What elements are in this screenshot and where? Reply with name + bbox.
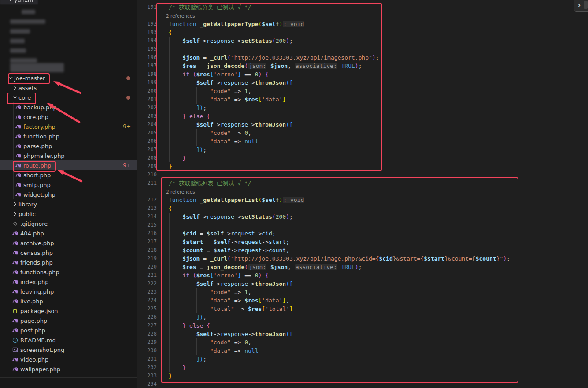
sidebar-item-page-php[interactable]: page.php (0, 316, 137, 325)
code-line-216[interactable]: 216 $cid = $self->request->cid; (137, 229, 588, 238)
code-line-202[interactable]: 202 ]); (137, 104, 588, 112)
code-line-204[interactable]: 204 $self->response->throwJson([ (137, 120, 588, 129)
code-line-197[interactable]: 197 $res = json_decode(json: $json, asso… (137, 62, 588, 70)
code-line-215[interactable]: 215 (137, 221, 588, 229)
collapsed-panel-button[interactable]: › (574, 0, 588, 12)
vscode-window: yanzm Joe-masterassetscorebackup.phpcore… (0, 0, 588, 388)
code-line-203[interactable]: 203 } else { (137, 112, 588, 120)
chevron-down-icon[interactable] (11, 94, 18, 101)
code-line-224[interactable]: 224 "data" => $res['data'], (137, 296, 588, 305)
sidebar-item-phpmailer-php[interactable]: phpmailer.php (0, 151, 137, 160)
code-line-219[interactable]: 219 $json = _curl("http://joe.033303.xyz… (137, 254, 588, 263)
sidebar-item-wallpaper-php[interactable]: wallpaper.php (0, 364, 137, 374)
code-line-225[interactable]: 225 "total" => $res['total'] (137, 305, 588, 313)
code-line-205[interactable]: 205 "code" => 0, (137, 129, 588, 137)
code-line-198[interactable]: 198 if ($res['errno'] == 0) { (137, 70, 588, 78)
indent-guide (196, 305, 197, 313)
sidebar-item-post-php[interactable]: post.php (0, 325, 137, 335)
sidebar-item-joe-master[interactable]: Joe-master (0, 73, 137, 83)
sidebar-item-route-php[interactable]: route.php9+ (0, 160, 137, 170)
code-line-192[interactable]: 192function _getWallpaperType($self): vo… (137, 20, 588, 28)
code-editor[interactable]: 190191/* 获取壁纸分类 已测试 √ */2 references192f… (137, 0, 588, 388)
code-line-213[interactable]: 213{ (137, 204, 588, 213)
code-content: if ($res['errno'] == 0) { (169, 70, 269, 78)
sidebar-item-friends-php[interactable]: friends.php (0, 257, 137, 267)
code-line-200[interactable]: 200 "code" => 1, (137, 87, 588, 95)
code-content: } else { (169, 321, 210, 330)
sidebar-item-widget-php[interactable]: widget.php (0, 190, 137, 199)
chevron-right-icon[interactable] (11, 84, 18, 91)
code-line-211[interactable]: 211/* 获取壁纸列表 已测试 √ */ (137, 179, 588, 187)
sidebar-item-public[interactable]: public (0, 209, 137, 219)
code-line-222[interactable]: 222 $self->response->throwJson([ (137, 280, 588, 288)
code-line-214[interactable]: 214 $self->response->setStatus(200); (137, 213, 588, 221)
chevron-down-icon[interactable] (7, 75, 14, 82)
outline-section-header[interactable]: 大纲 (0, 386, 137, 388)
codelens-references[interactable]: 2 references (166, 13, 195, 19)
code-line-233[interactable]: 233} (137, 372, 588, 380)
code-line-212[interactable]: 212function _getWallpaperList($self): vo… (137, 196, 588, 204)
code-line-220[interactable]: 220 $res = json_decode(json: $json, asso… (137, 263, 588, 271)
sidebar-item-index-php[interactable]: index.php (0, 277, 137, 287)
code-line-210[interactable]: 210 (137, 171, 588, 179)
sidebar-item-404-php[interactable]: 404.php (0, 228, 137, 238)
sidebar-item--gitignore[interactable]: .gitignore (0, 219, 137, 228)
sidebar-item-leaving-php[interactable]: leaving.php (0, 287, 137, 296)
code-line-196[interactable]: 196 $json = _curl("http://joe.033303.xyz… (137, 53, 588, 62)
sidebar-item-factory-php[interactable]: factory.php9+ (0, 122, 137, 131)
code-line-209[interactable]: 209} (137, 162, 588, 171)
php-file-icon (15, 152, 22, 159)
codelens-row[interactable]: 2 references (137, 187, 588, 196)
code-line-190[interactable]: 190 (137, 0, 588, 3)
sidebar-item-functions-php[interactable]: functions.php (0, 267, 137, 277)
sidebar-item-live-php[interactable]: live.php (0, 296, 137, 306)
code-line-231[interactable]: 231 ]); (137, 355, 588, 363)
code-line-217[interactable]: 217 $start = $self->request->start; (137, 238, 588, 246)
code-line-193[interactable]: 193{ (137, 28, 588, 37)
sidebar-item-library[interactable]: library (0, 199, 137, 209)
chevron-right-icon[interactable] (11, 201, 18, 208)
sidebar-item-smtp-php[interactable]: smtp.php (0, 180, 137, 190)
sidebar-item-parse-php[interactable]: parse.php (0, 141, 137, 151)
code-line-201[interactable]: 201 "data" => $res['data'] (137, 95, 588, 104)
chevron-right-icon[interactable] (7, 0, 14, 3)
sidebar-item-backup-php[interactable]: backup.php (0, 102, 137, 112)
sidebar-item-yanzm[interactable]: yanzm (0, 0, 137, 4)
code-line-194[interactable]: 194 $self->response->setStatus(200); (137, 37, 588, 45)
line-number: 217 (137, 238, 159, 246)
code-line-226[interactable]: 226 ]); (137, 313, 588, 321)
indent-guide (169, 229, 170, 238)
code-line-208[interactable]: 208 } (137, 154, 588, 162)
code-line-206[interactable]: 206 "data" => null (137, 137, 588, 146)
line-number: 207 (137, 146, 159, 154)
sidebar-item-assets[interactable]: assets (0, 83, 137, 93)
codelens-row[interactable]: 2 references (137, 11, 588, 20)
sidebar-item-short-php[interactable]: short.php (0, 170, 137, 180)
code-line-221[interactable]: 221 if ($res['errno'] == 0) { (137, 271, 588, 280)
code-line-223[interactable]: 223 "code" => 1, (137, 288, 588, 296)
sidebar-item-video-php[interactable]: video.php (0, 354, 137, 364)
code-line-227[interactable]: 227 } else { (137, 321, 588, 330)
code-line-207[interactable]: 207 ]); (137, 146, 588, 154)
code-line-228[interactable]: 228 $self->response->throwJson([ (137, 330, 588, 338)
sidebar-item-census-php[interactable]: census.php (0, 248, 137, 257)
code-line-229[interactable]: 229 "code" => 0, (137, 338, 588, 347)
code-line-199[interactable]: 199 $self->response->throwJson([ (137, 78, 588, 87)
sidebar-item-core[interactable]: core (0, 93, 137, 102)
code-line-234[interactable]: 234 (137, 380, 588, 388)
code-line-230[interactable]: 230 "data" => null (137, 347, 588, 355)
sidebar-item-archive-php[interactable]: archive.php (0, 238, 137, 248)
code-line-232[interactable]: 232 } (137, 363, 588, 372)
indent-guide (196, 87, 197, 95)
file-label: live.php (20, 298, 43, 305)
sidebar-item-core-php[interactable]: core.php (0, 112, 137, 122)
sidebar-item-readme-md[interactable]: README.md (0, 335, 137, 345)
sidebar-item-function-php[interactable]: function.php (0, 131, 137, 141)
code-line-191[interactable]: 191/* 获取壁纸分类 已测试 √ */ (137, 3, 588, 11)
sidebar-item-screenshot-png[interactable]: screenshot.png (0, 345, 137, 354)
code-line-195[interactable]: 195 (137, 45, 588, 53)
code-line-218[interactable]: 218 $count = $self->request->count; (137, 246, 588, 254)
chevron-right-icon[interactable] (11, 210, 18, 217)
sidebar-item-package-json[interactable]: {}package.json (0, 306, 137, 316)
codelens-references[interactable]: 2 references (166, 189, 195, 194)
